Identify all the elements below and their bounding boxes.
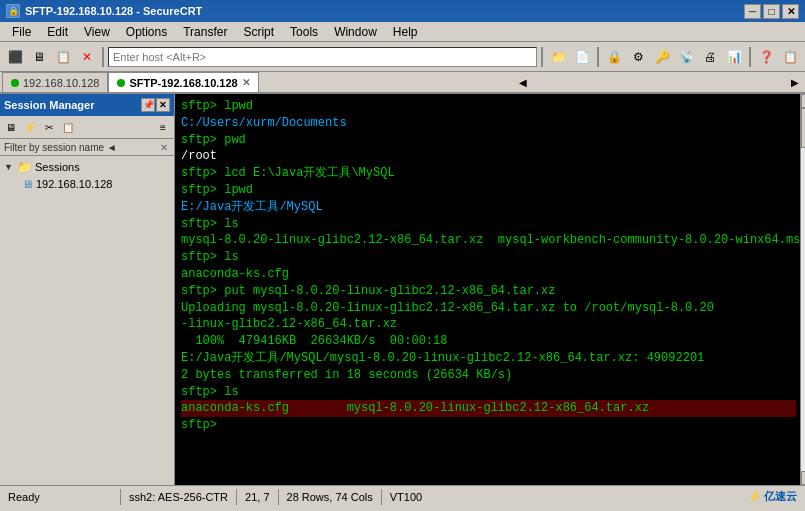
menu-window[interactable]: Window [326, 23, 385, 41]
tree-root[interactable]: ▼ 📁 Sessions [2, 158, 172, 176]
terminal[interactable]: sftp> lpwd C:/Users/xurm/Documents sftp>… [175, 94, 805, 485]
session-tool-props[interactable]: ≡ [154, 118, 172, 136]
menu-options[interactable]: Options [118, 23, 175, 41]
separator-2 [541, 47, 543, 67]
tab-scroll-right[interactable]: ▶ [787, 72, 803, 92]
toolbar-btn-11[interactable]: 🖨 [699, 46, 721, 68]
title-bar: 🔒 SFTP-192.168.10.128 - SecureCRT ─ □ ✕ [0, 0, 805, 22]
terminal-line-15: E:/Java开发工具/MySQL/mysql-8.0.20-linux-gli… [181, 350, 805, 367]
session-tool-cut[interactable]: ✂ [40, 118, 58, 136]
scroll-track[interactable] [801, 108, 805, 471]
menu-view[interactable]: View [76, 23, 118, 41]
session-tool-copy[interactable]: 📋 [59, 118, 77, 136]
tree-child-0[interactable]: 🖥 192.168.10.128 [2, 176, 172, 192]
tab-label-inactive: 192.168.10.128 [23, 77, 99, 89]
terminal-line-8: mysql-8.0.20-linux-glibc2.12-x86_64.tar.… [181, 232, 805, 249]
toolbar-btn-6[interactable]: 📄 [571, 46, 593, 68]
folder-icon: 📁 [17, 160, 32, 174]
brand-icon: ⚡ [748, 490, 762, 503]
menu-bar: File Edit View Options Transfer Script T… [0, 22, 805, 42]
terminal-line-1: C:/Users/xurm/Documents [181, 115, 805, 132]
terminal-line-14: 100% 479416KB 26634KB/s 00:00:18 [181, 333, 805, 350]
scroll-down-arrow[interactable]: ▼ [801, 471, 805, 485]
toolbar-btn-1[interactable]: ⬛ [4, 46, 26, 68]
terminal-line-17: sftp> ls [181, 384, 805, 401]
session-panel-pin[interactable]: 📌 [141, 98, 155, 112]
menu-help[interactable]: Help [385, 23, 426, 41]
maximize-button[interactable]: □ [763, 4, 780, 19]
filter-bar: Filter by session name ◄ ✕ [0, 139, 174, 156]
toolbar-btn-8[interactable]: ⚙ [627, 46, 649, 68]
menu-script[interactable]: Script [235, 23, 282, 41]
menu-transfer[interactable]: Transfer [175, 23, 235, 41]
terminal-line-0: sftp> lpwd [181, 98, 805, 115]
terminal-line-5: sftp> lpwd [181, 182, 805, 199]
main-area: Session Manager 📌 ✕ 🖥 ⚡ ✂ 📋 ≡ Filter by … [0, 94, 805, 485]
terminal-line-9: sftp> ls [181, 249, 805, 266]
toolbar-btn-7[interactable]: 🔒 [603, 46, 625, 68]
menu-file[interactable]: File [4, 23, 39, 41]
menu-edit[interactable]: Edit [39, 23, 76, 41]
terminal-line-7: sftp> ls [181, 216, 805, 233]
toolbar-btn-5[interactable]: 📁 [547, 46, 569, 68]
monitor-icon: 🖥 [22, 178, 33, 190]
session-panel-close[interactable]: ✕ [156, 98, 170, 112]
toolbar-btn-13[interactable]: ❓ [755, 46, 777, 68]
tab-dot-active [117, 79, 125, 87]
tab-close-button[interactable]: ✕ [242, 77, 250, 88]
session-tool-connect[interactable]: ⚡ [21, 118, 39, 136]
terminal-line-6: E:/Java开发工具/MySQL [181, 199, 805, 216]
terminal-line-12: Uploading mysql-8.0.20-linux-glibc2.12-x… [181, 300, 805, 317]
scroll-thumb[interactable] [801, 108, 805, 148]
session-panel-header: Session Manager 📌 ✕ [0, 94, 174, 116]
tab-label-active: SFTP-192.168.10.128 [129, 77, 237, 89]
filter-clear[interactable]: ✕ [158, 141, 170, 153]
session-tool-new[interactable]: 🖥 [2, 118, 20, 136]
tab-scroll-left[interactable]: ◀ [515, 72, 531, 92]
tree-expand-icon: ▼ [4, 162, 14, 172]
status-dimensions: 28 Rows, 74 Cols [279, 491, 381, 503]
session-panel: Session Manager 📌 ✕ 🖥 ⚡ ✂ 📋 ≡ Filter by … [0, 94, 175, 485]
toolbar-btn-14[interactable]: 📋 [779, 46, 801, 68]
terminal-line-4: sftp> lcd E:\Java开发工具\MySQL [181, 165, 805, 182]
terminal-line-16: 2 bytes transferred in 18 seconds (26634… [181, 367, 805, 384]
tab-dot-inactive [11, 79, 19, 87]
window-title: SFTP-192.168.10.128 - SecureCRT [25, 5, 202, 17]
menu-tools[interactable]: Tools [282, 23, 326, 41]
enter-host-input[interactable] [108, 47, 537, 67]
toolbar-btn-9[interactable]: 🔑 [651, 46, 673, 68]
status-brand: ⚡ 亿速云 [740, 489, 805, 504]
minimize-button[interactable]: ─ [744, 4, 761, 19]
window-controls: ─ □ ✕ [744, 4, 799, 19]
toolbar-btn-12[interactable]: 📊 [723, 46, 745, 68]
terminal-line-2: sftp> pwd [181, 132, 805, 149]
tree-child-label: 192.168.10.128 [36, 178, 112, 190]
separator-4 [749, 47, 751, 67]
terminal-line-3: /root [181, 148, 805, 165]
session-tree: ▼ 📁 Sessions 🖥 192.168.10.128 [0, 156, 174, 485]
tab-inactive[interactable]: 192.168.10.128 [2, 72, 108, 92]
status-bar: Ready ssh2: AES-256-CTR 21, 7 28 Rows, 7… [0, 485, 805, 507]
toolbar-btn-4[interactable]: ✕ [76, 46, 98, 68]
close-button[interactable]: ✕ [782, 4, 799, 19]
terminal-line-18: anaconda-ks.cfg mysql-8.0.20-linux-glibc… [181, 400, 796, 417]
tree-root-label: Sessions [35, 161, 80, 173]
separator-3 [597, 47, 599, 67]
toolbar-btn-10[interactable]: 📡 [675, 46, 697, 68]
status-coords: 21, 7 [237, 491, 277, 503]
filter-label: Filter by session name ◄ [4, 142, 156, 153]
toolbar-btn-2[interactable]: 🖥 [28, 46, 50, 68]
scroll-up-arrow[interactable]: ▲ [801, 94, 805, 108]
session-toolbar: 🖥 ⚡ ✂ 📋 ≡ [0, 116, 174, 139]
toolbar: ⬛ 🖥 📋 ✕ 📁 📄 🔒 ⚙ 🔑 📡 🖨 📊 ❓ 📋 [0, 42, 805, 72]
status-ready: Ready [0, 491, 120, 503]
terminal-line-13: -linux-glibc2.12-x86_64.tar.xz [181, 316, 805, 333]
toolbar-btn-3[interactable]: 📋 [52, 46, 74, 68]
tab-bar: 192.168.10.128 SFTP-192.168.10.128 ✕ ◀ ▶ [0, 72, 805, 94]
status-ssh: ssh2: AES-256-CTR [121, 491, 236, 503]
tab-active[interactable]: SFTP-192.168.10.128 ✕ [108, 72, 258, 92]
session-panel-controls: 📌 ✕ [141, 98, 170, 112]
terminal-wrapper: sftp> lpwd C:/Users/xurm/Documents sftp>… [175, 94, 805, 485]
scrollbar-vertical[interactable]: ▲ ▼ [800, 94, 805, 485]
status-terminal-type: VT100 [382, 491, 430, 503]
